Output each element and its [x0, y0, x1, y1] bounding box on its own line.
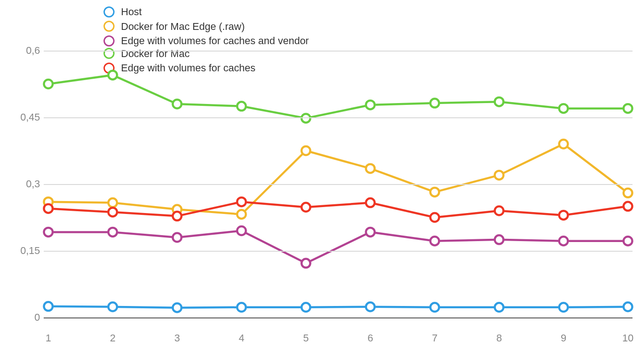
data-point-marker	[109, 228, 117, 237]
data-point-marker	[237, 197, 246, 206]
data-point-marker	[44, 228, 53, 237]
x-tick-label: 6	[368, 332, 373, 344]
series-line	[48, 231, 628, 264]
legend-label: Edge with volumes for caches and vendor	[121, 35, 309, 47]
data-point-marker	[624, 302, 632, 311]
legend-label: Host	[121, 6, 142, 18]
series-line	[48, 144, 628, 214]
data-point-marker	[109, 71, 117, 80]
data-point-marker	[366, 302, 375, 311]
x-axis-line	[44, 317, 632, 318]
data-point-marker	[109, 208, 117, 216]
data-point-marker	[431, 188, 439, 196]
x-tick-label: 2	[110, 332, 115, 344]
y-tick-label: 0	[8, 312, 40, 323]
data-point-marker	[431, 99, 439, 108]
gridline	[44, 184, 632, 185]
data-point-marker	[173, 212, 182, 220]
data-point-marker	[302, 303, 310, 312]
data-point-marker	[173, 303, 182, 312]
data-point-marker	[366, 198, 375, 207]
plot-area: 00,150,30,450,612345678910	[44, 51, 632, 327]
legend-item: Docker for Mac Edge (.raw)	[104, 20, 361, 33]
data-point-marker	[559, 303, 568, 312]
y-tick-label: 0,3	[8, 178, 40, 190]
data-point-marker	[44, 204, 53, 213]
data-point-marker	[624, 189, 632, 197]
data-point-marker	[559, 211, 568, 219]
data-point-marker	[431, 237, 439, 245]
x-tick-label: 9	[561, 332, 566, 344]
data-point-marker	[624, 237, 632, 245]
data-point-marker	[366, 164, 375, 173]
data-point-marker	[495, 98, 504, 106]
data-point-marker	[431, 303, 439, 312]
series-line	[48, 75, 628, 118]
data-point-marker	[495, 235, 504, 244]
legend-label: Docker for Mac Edge (.raw)	[121, 20, 245, 33]
x-tick-label: 10	[622, 332, 633, 344]
data-point-marker	[237, 226, 246, 235]
data-point-marker	[559, 237, 568, 245]
data-point-marker	[173, 100, 182, 109]
data-point-marker	[366, 100, 375, 109]
data-point-marker	[109, 302, 117, 311]
data-point-marker	[302, 259, 310, 268]
data-point-marker	[109, 198, 117, 207]
data-point-marker	[624, 104, 632, 113]
data-point-marker	[44, 302, 53, 311]
data-point-marker	[559, 104, 568, 113]
x-tick-label: 5	[303, 332, 309, 344]
y-tick-label: 0,6	[8, 45, 40, 57]
x-tick-label: 3	[174, 332, 180, 344]
legend-marker-icon	[104, 6, 115, 17]
data-point-marker	[44, 80, 53, 88]
data-point-marker	[495, 303, 504, 312]
gridline	[44, 251, 632, 252]
legend-item: Host	[104, 6, 361, 18]
data-point-marker	[495, 207, 504, 215]
x-tick-label: 8	[496, 332, 502, 344]
data-point-marker	[431, 213, 439, 222]
x-tick-label: 4	[239, 332, 244, 344]
legend-marker-icon	[104, 21, 115, 32]
chart: HostDocker for Mac Edge (.raw)Edge with …	[0, 0, 644, 352]
data-point-marker	[366, 228, 375, 237]
gridline	[44, 51, 632, 52]
gridline	[44, 117, 632, 118]
legend-item: Edge with volumes for caches and vendor	[104, 35, 361, 47]
data-point-marker	[302, 203, 310, 212]
y-tick-label: 0,15	[8, 245, 40, 257]
x-tick-label: 7	[432, 332, 437, 344]
data-point-marker	[559, 140, 568, 149]
data-point-marker	[237, 102, 246, 110]
data-point-marker	[173, 233, 182, 242]
data-point-marker	[237, 210, 246, 219]
chart-svg	[44, 51, 632, 327]
data-point-marker	[237, 303, 246, 312]
legend-marker-icon	[104, 35, 115, 46]
data-point-marker	[624, 202, 632, 211]
data-point-marker	[495, 171, 504, 179]
data-point-marker	[302, 146, 310, 155]
series-line	[48, 306, 628, 308]
y-tick-label: 0,45	[8, 111, 40, 123]
x-tick-label: 1	[46, 332, 51, 344]
